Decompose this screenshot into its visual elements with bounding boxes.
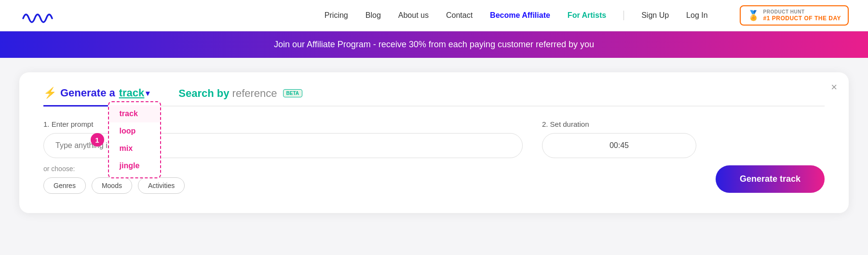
nav-for-artists[interactable]: For Artists (568, 11, 606, 20)
nav-about[interactable]: About us (398, 11, 429, 20)
tab-search[interactable]: Search by reference BETA (178, 87, 302, 106)
step2-label: 2. Set duration (542, 120, 696, 128)
main-content: × ⚡ Generate a track ▾ 1 track loop mix … (0, 58, 868, 228)
ph-label-top: PRODUCT HUNT (763, 9, 841, 15)
nav-pricing[interactable]: Pricing (325, 11, 348, 20)
tab-search-label: Search by reference (178, 87, 277, 100)
duration-section: 2. Set duration (542, 120, 696, 158)
logo[interactable] (19, 7, 53, 24)
dropdown-item-mix[interactable]: mix (109, 140, 160, 157)
dropdown-trigger[interactable]: track (119, 87, 145, 99)
tab-generate-prefix: Generate a (60, 87, 115, 99)
product-hunt-badge[interactable]: 🏅 PRODUCT HUNT #1 Product of the Day (740, 5, 849, 26)
banner-text: Join our Affiliate Program - receive 30%… (274, 40, 594, 50)
nav-blog[interactable]: Blog (366, 11, 381, 20)
duration-input[interactable] (542, 133, 696, 158)
generate-track-button[interactable]: Generate track (716, 165, 825, 193)
lightning-icon: ⚡ (43, 87, 56, 99)
logo-icon (19, 7, 53, 24)
ph-label-bottom: #1 Product of the Day (763, 15, 841, 22)
activities-button[interactable]: Activities (138, 177, 185, 194)
close-button[interactable]: × (831, 81, 837, 94)
tabs-header: ⚡ Generate a track ▾ 1 track loop mix ji… (43, 87, 825, 107)
nav-signup[interactable]: Sign Up (641, 11, 669, 20)
dropdown-item-jingle[interactable]: jingle (109, 157, 160, 174)
tab-generate[interactable]: ⚡ Generate a track ▾ 1 track loop mix ji… (43, 87, 149, 107)
ph-text: PRODUCT HUNT #1 Product of the Day (763, 9, 841, 22)
beta-badge: BETA (283, 89, 302, 97)
step-badge-1: 1 (91, 133, 104, 147)
affiliate-banner[interactable]: Join our Affiliate Program - receive 30%… (0, 31, 868, 58)
chevron-down-icon: ▾ (146, 89, 149, 98)
nav-links: Pricing Blog About us Contact Become Aff… (325, 5, 849, 26)
dropdown-item-loop[interactable]: loop (109, 122, 160, 140)
nav-affiliate[interactable]: Become Affiliate (490, 11, 550, 20)
generator-card: × ⚡ Generate a track ▾ 1 track loop mix … (19, 72, 849, 213)
navbar: Pricing Blog About us Contact Become Aff… (0, 0, 868, 31)
moods-button[interactable]: Moods (92, 177, 132, 194)
dropdown-item-track[interactable]: track (109, 105, 160, 122)
medal-icon: 🏅 (747, 10, 760, 21)
dropdown-menu: 1 track loop mix jingle (108, 101, 161, 178)
nav-divider (624, 11, 624, 20)
genres-button[interactable]: Genres (43, 177, 86, 194)
nav-login[interactable]: Log In (686, 11, 707, 20)
nav-contact[interactable]: Contact (446, 11, 473, 20)
pill-buttons: Genres Moods Activities (43, 177, 523, 194)
dropdown-wrapper: track ▾ 1 track loop mix jingle (119, 87, 150, 99)
